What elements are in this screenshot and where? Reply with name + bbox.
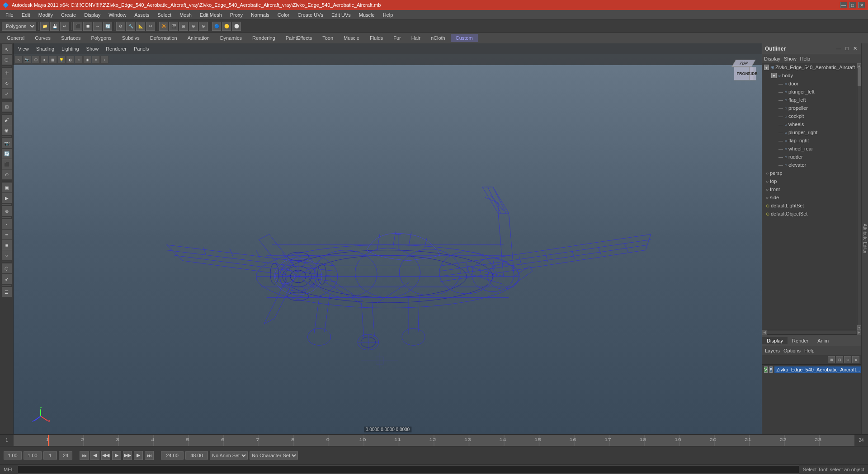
- tb-btn-6[interactable]: ↔: [93, 22, 102, 31]
- tab-subdivs[interactable]: Subdivs: [117, 34, 145, 42]
- menu-item-edit-uvs[interactable]: Edit UVs: [328, 11, 354, 19]
- tab-deformation[interactable]: Deformation: [145, 34, 182, 42]
- outliner-node-top[interactable]: ○ top: [762, 177, 857, 185]
- face-mode[interactable]: ■: [2, 240, 12, 250]
- tab-toon[interactable]: Toon: [317, 34, 338, 42]
- view-cube-top[interactable]: TOP: [731, 60, 755, 67]
- tb-btn-7[interactable]: 🔄: [103, 22, 112, 31]
- char-set-select[interactable]: No Character Set: [250, 451, 298, 460]
- scrollbar-down-btn[interactable]: ▼: [857, 325, 862, 330]
- outliner-node-flap-left[interactable]: — ○ flap_left: [762, 96, 857, 104]
- frame-end-field[interactable]: [59, 451, 72, 460]
- menu-item-window[interactable]: Window: [105, 11, 130, 19]
- vp-shadow-btn[interactable]: ◐: [66, 56, 74, 64]
- outliner-scrollbar-h[interactable]: ◀ ▶: [762, 330, 861, 334]
- object-mode[interactable]: ○: [2, 250, 12, 260]
- tb-btn-17[interactable]: 🟡: [222, 22, 231, 31]
- tb-btn-15[interactable]: ⊗: [199, 22, 208, 31]
- range-start-field[interactable]: [4, 451, 22, 460]
- view-cube-side[interactable]: SIDE: [749, 67, 756, 80]
- scrollbar-h-track[interactable]: [767, 331, 856, 334]
- maximize-button[interactable]: □: [849, 2, 856, 8]
- render-tab[interactable]: Render: [788, 337, 813, 344]
- layer-name[interactable]: Zivko_Edge_540_Aerobatic_Aircraft...: [774, 366, 862, 373]
- lattice-tool[interactable]: ⬡: [2, 263, 12, 273]
- vp-camera-btn[interactable]: 📷: [23, 56, 31, 64]
- outliner-node-root[interactable]: ▼ ⊞ Zivko_Edge_540_Aerobatic_Aircraft: [762, 63, 857, 71]
- tab-fluids[interactable]: Fluids: [365, 34, 388, 42]
- select-tool[interactable]: ↖: [2, 44, 12, 54]
- play-back-btn[interactable]: ◀◀: [101, 451, 110, 460]
- vp-wire-btn[interactable]: ⬡: [32, 56, 40, 64]
- outliner-scrollbar-v[interactable]: ▲ ▼: [857, 63, 861, 330]
- tb-btn-8[interactable]: ⚙: [116, 22, 125, 31]
- next-frame-btn[interactable]: ▶: [134, 451, 143, 460]
- history-btn[interactable]: ☰: [2, 287, 12, 297]
- frame-field[interactable]: [43, 451, 57, 460]
- tab-muscle[interactable]: Muscle: [339, 34, 364, 42]
- tab-dynamics[interactable]: Dynamics: [215, 34, 247, 42]
- tb-btn-11[interactable]: ✂: [146, 22, 155, 31]
- tb-btn-12[interactable]: 🔆: [159, 22, 168, 31]
- render-tool[interactable]: ▶: [2, 193, 12, 203]
- outliner-minimize-btn[interactable]: —: [835, 46, 842, 52]
- menu-item-mesh[interactable]: Mesh: [176, 11, 195, 19]
- menu-item-proxy[interactable]: Proxy: [226, 11, 246, 19]
- menu-item-modify[interactable]: Modify: [35, 11, 57, 19]
- play-btn[interactable]: ▶: [112, 451, 121, 460]
- outliner-node-defaultobjectset[interactable]: ⊙ defaultObjectSet: [762, 210, 857, 218]
- panels-menu[interactable]: Panels: [131, 45, 152, 52]
- show-manip[interactable]: ⊕: [2, 206, 12, 216]
- anim-tab[interactable]: Anim: [813, 337, 833, 344]
- scrollbar-left-btn[interactable]: ◀: [762, 330, 767, 335]
- menu-item-select[interactable]: Select: [154, 11, 175, 19]
- vp-depth-btn[interactable]: ◉: [83, 56, 91, 64]
- outliner-node-wheels[interactable]: — ○ wheels: [762, 120, 857, 128]
- outliner-node-persp[interactable]: ○ persp: [762, 169, 857, 177]
- tab-ncloth[interactable]: nCloth: [426, 34, 450, 42]
- camera-tool[interactable]: 📷: [2, 138, 12, 148]
- outliner-node-elevator[interactable]: — ○ elevator: [762, 161, 857, 169]
- view-cube[interactable]: TOP FRONT SIDE: [730, 57, 757, 84]
- tb-btn-10[interactable]: 📐: [136, 22, 145, 31]
- play-fwd-btn[interactable]: ▶▶: [123, 451, 132, 460]
- track-tool[interactable]: ⬛: [2, 159, 12, 169]
- timeline-track[interactable]: 1 2 3 4 5 6 7 8 9 10 11 12 13 14 15 16 1…: [14, 435, 854, 446]
- menu-item-color[interactable]: Color: [274, 11, 293, 19]
- vertex-mode[interactable]: ·: [2, 219, 12, 229]
- tumble-tool[interactable]: 🔄: [2, 149, 12, 159]
- outliner-node-propeller[interactable]: — ○ propeller: [762, 104, 857, 112]
- view-menu[interactable]: View: [15, 45, 32, 52]
- viewport[interactable]: View Shading Lighting Show Renderer Pane…: [14, 43, 762, 434]
- outliner-node-side[interactable]: ○ side: [762, 193, 857, 202]
- bend-tool[interactable]: ↙: [2, 274, 12, 284]
- vp-ao-btn[interactable]: ○: [75, 56, 83, 64]
- outliner-node-defaultlightset[interactable]: ⊙ defaultLightSet: [762, 202, 857, 210]
- vp-lights-btn[interactable]: 💡: [57, 56, 66, 64]
- vp-select-btn[interactable]: ↖: [14, 56, 23, 64]
- tab-general[interactable]: General: [2, 34, 29, 42]
- vp-smooth-btn[interactable]: ●: [40, 56, 48, 64]
- tb-btn-5[interactable]: 🔲: [83, 22, 92, 31]
- vp-grid-btn[interactable]: #: [92, 56, 100, 64]
- renderer-menu[interactable]: Renderer: [103, 45, 129, 52]
- outliner-show-menu[interactable]: Show: [784, 56, 797, 61]
- scrollbar-track[interactable]: [858, 68, 861, 325]
- mode-select[interactable]: Polygons: [2, 22, 36, 31]
- options-sub[interactable]: Options: [783, 348, 801, 353]
- anim-end2-field[interactable]: [185, 451, 208, 460]
- outliner-node-body[interactable]: ▼ ○ body: [762, 71, 857, 80]
- tab-custom[interactable]: Custom: [451, 34, 478, 42]
- menu-item-file[interactable]: File: [2, 11, 17, 19]
- ch-btn-4[interactable]: ⊗: [852, 356, 859, 363]
- vp-hud-btn[interactable]: i: [100, 56, 108, 64]
- tb-btn-14[interactable]: ⊕: [189, 22, 198, 31]
- outliner-node-rudder[interactable]: — ○ rudder: [762, 153, 857, 161]
- outliner-node-wheel-rear[interactable]: — ○ wheel_rear: [762, 145, 857, 153]
- scrollbar-thumb[interactable]: [858, 68, 861, 86]
- lasso-tool[interactable]: ⬡: [2, 55, 12, 65]
- outliner-restore-btn[interactable]: □: [844, 46, 850, 52]
- ch-btn-2[interactable]: ⊟: [836, 356, 843, 363]
- outliner-close-btn[interactable]: ✕: [852, 46, 859, 52]
- layer-visible-check[interactable]: V: [764, 366, 768, 373]
